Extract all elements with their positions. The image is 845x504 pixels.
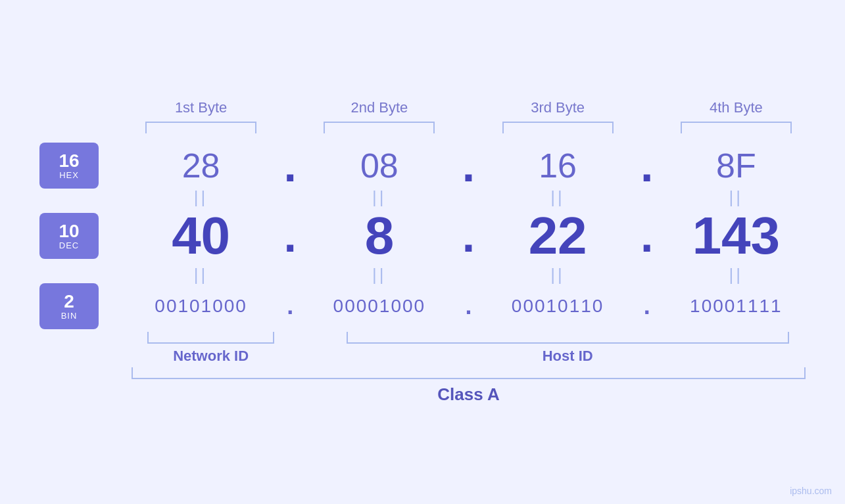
byte4-header: 4th Byte: [710, 99, 763, 116]
eq2-2: ||: [310, 266, 448, 283]
byte2-bracket-top: [324, 122, 435, 133]
hex-val3: 16: [539, 146, 577, 185]
dec-base-num: 10: [59, 222, 79, 241]
bin-dot3: .: [644, 294, 650, 318]
hex-values-row: 28 . 08 . 16 . 8F: [132, 143, 806, 189]
hex-val2: 08: [360, 146, 398, 185]
class-row: Class A: [39, 367, 806, 405]
byte4-bracket-top: [681, 122, 792, 133]
host-id-section: Host ID: [329, 332, 806, 365]
eq2-1: ||: [132, 266, 270, 283]
watermark: ipshu.com: [790, 486, 832, 496]
bin-label-box: 2 BIN: [39, 283, 99, 329]
id-row: Network ID Host ID: [39, 332, 806, 365]
hex-base-text: HEX: [59, 170, 79, 180]
eq1-4: ||: [667, 189, 806, 206]
dec-label-box: 10 DEC: [39, 213, 99, 259]
dec-val2: 8: [365, 206, 395, 266]
network-id-section: Network ID: [132, 332, 290, 365]
network-id-label: Network ID: [173, 348, 249, 365]
dec-dot3: .: [640, 213, 653, 259]
bin-val2: 00001000: [333, 296, 426, 317]
eq1-1: ||: [132, 189, 270, 206]
bin-dot2: .: [465, 294, 471, 318]
class-label: Class A: [437, 384, 499, 405]
host-id-label: Host ID: [543, 348, 593, 365]
dec-val1: 40: [172, 206, 230, 266]
bin-val1: 00101000: [155, 296, 247, 317]
dec-row: 10 DEC 40 . 8 . 22 . 143: [39, 206, 806, 266]
hex-dot2: .: [462, 143, 475, 189]
hex-dot3: .: [640, 143, 653, 189]
bin-row: 2 BIN 00101000 . 00001000 . 00010110 . 1…: [39, 283, 806, 329]
dec-val3: 22: [529, 206, 587, 266]
byte1-bracket-top: [145, 122, 256, 133]
dec-base-text: DEC: [59, 241, 79, 250]
dec-dot2: .: [462, 213, 475, 259]
bin-values-row: 00101000 . 00001000 . 00010110 . 1000111…: [132, 294, 806, 318]
hex-val4: 8F: [716, 146, 756, 185]
host-bracket-bottom: [347, 332, 789, 344]
byte3-bracket-top: [502, 122, 614, 133]
byte3-header: 3rd Byte: [531, 99, 585, 116]
hex-row: 16 HEX 28 . 08 . 16 . 8F: [39, 143, 806, 189]
eq1-3: ||: [489, 189, 627, 206]
bin-base-text: BIN: [61, 311, 78, 321]
hex-label-box: 16 HEX: [39, 143, 99, 189]
eq2-3: ||: [489, 266, 627, 283]
network-bracket-bottom: [147, 332, 274, 344]
equals-row-2: || || || ||: [39, 266, 806, 283]
hex-dot1: .: [284, 143, 297, 189]
eq1-2: ||: [310, 189, 448, 206]
byte1-header: 1st Byte: [175, 99, 227, 116]
bin-val4: 10001111: [690, 296, 783, 317]
equals-row-1: || || || ||: [39, 189, 806, 206]
bin-base-num: 2: [64, 292, 74, 311]
hex-base-num: 16: [59, 152, 79, 170]
bin-val3: 00010110: [512, 296, 604, 317]
class-section: Class A: [132, 367, 806, 405]
hex-val1: 28: [182, 146, 220, 185]
class-bracket-bottom: [132, 367, 806, 379]
dec-dot1: .: [284, 213, 297, 259]
dec-val4: 143: [692, 206, 780, 266]
byte2-header: 2nd Byte: [350, 99, 408, 116]
byte-headers: 1st Byte 2nd Byte 3rd Byte 4th Byte: [39, 99, 806, 133]
bin-dot1: .: [287, 294, 293, 318]
dec-values-row: 40 . 8 . 22 . 143: [132, 206, 806, 266]
eq2-4: ||: [667, 266, 806, 283]
